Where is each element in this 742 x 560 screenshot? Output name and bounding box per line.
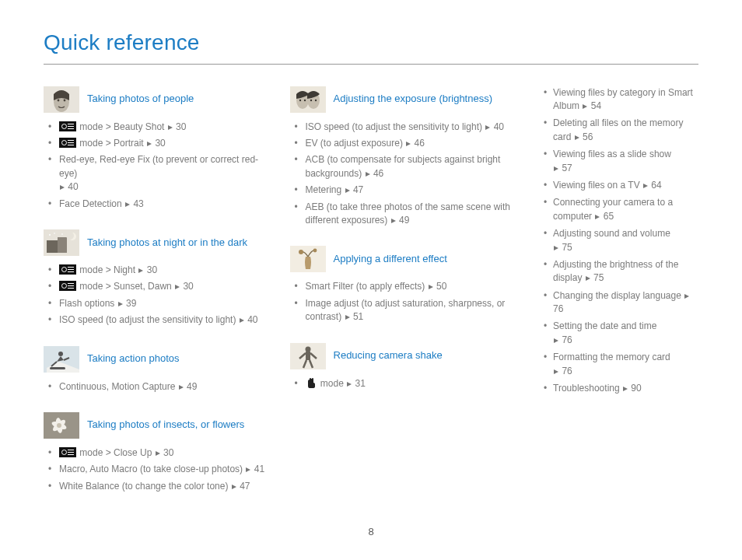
list-item[interactable]: mode > Night 30 xyxy=(48,264,271,277)
svg-marker-60 xyxy=(684,294,689,299)
page-ref: 50 xyxy=(436,281,446,292)
list-item[interactable]: Deleting all files on the memory card 56 xyxy=(544,117,698,144)
list-item[interactable]: Connecting your camera to a computer 65 xyxy=(544,196,698,223)
item-list: ISO speed (to adjust the sensitivity to … xyxy=(290,121,518,228)
list-item[interactable]: Viewing files by category in Smart Album… xyxy=(544,86,698,114)
list-item[interactable]: Formatting the memory card 76 xyxy=(544,351,698,378)
list-item[interactable]: EV (to adjust exposure) 46 xyxy=(295,137,518,150)
svg-marker-42 xyxy=(345,188,350,193)
svg-marker-55 xyxy=(554,166,558,171)
svg-point-50 xyxy=(305,346,310,352)
page-ref: 30 xyxy=(176,121,186,132)
item-text: mode > Portrait xyxy=(77,138,146,149)
item-text: Face Detection xyxy=(59,198,124,209)
action-thumb-icon xyxy=(44,346,79,373)
svg-point-2 xyxy=(58,99,60,101)
list-item[interactable]: mode > Close Up 30 xyxy=(48,446,271,460)
section-heading: Taking photos of people xyxy=(44,86,271,113)
svg-marker-4 xyxy=(168,125,173,130)
list-item[interactable]: Metering 47 xyxy=(295,184,518,197)
list-item[interactable]: Face Detection 43 xyxy=(48,198,271,211)
page-ref: 47 xyxy=(353,184,363,195)
svg-marker-40 xyxy=(406,142,411,146)
section-heading: Taking action photos xyxy=(44,346,271,373)
item-text: Flash options xyxy=(59,298,117,309)
title-rule xyxy=(44,64,698,65)
page-ref: 65 xyxy=(604,211,614,222)
svg-marker-31 xyxy=(232,485,236,489)
page-ref: 40 xyxy=(494,121,504,132)
page-ref: 75 xyxy=(562,242,572,253)
page-title: Quick reference xyxy=(44,27,698,59)
list-item[interactable]: mode > Beauty Shot 30 xyxy=(48,121,271,134)
page-ref: 30 xyxy=(147,264,157,275)
svg-point-35 xyxy=(299,99,300,100)
list-item[interactable]: Red-eye, Red-eye Fix (to prevent or corr… xyxy=(48,153,271,194)
list-item[interactable]: Image adjust (to adjust saturation, shar… xyxy=(295,297,518,324)
list-item[interactable]: Changing the display language 76 xyxy=(544,289,698,317)
item-text: Image adjust (to adjust saturation, shar… xyxy=(306,298,506,322)
list-item[interactable]: Troubleshooting 90 xyxy=(544,382,698,395)
page-ref: 39 xyxy=(126,298,136,309)
page-ref: 47 xyxy=(240,481,250,492)
scene-mode-icon xyxy=(59,138,76,148)
svg-marker-43 xyxy=(391,219,396,223)
list-item[interactable]: Viewing files as a slide show 57 xyxy=(544,148,698,175)
section-title[interactable]: Taking photos of insects, or flowers xyxy=(87,418,244,432)
face-thumb-icon xyxy=(44,86,79,113)
list-item[interactable]: mode > Portrait 30 xyxy=(48,137,271,150)
list-item[interactable]: mode > Sunset, Dawn 30 xyxy=(48,280,271,293)
list-item[interactable]: Viewing files on a TV 64 xyxy=(544,179,698,192)
item-text: White Balance (to change the color tone) xyxy=(59,481,231,492)
item-text: Metering xyxy=(306,184,345,195)
page-ref: 64 xyxy=(651,180,661,191)
svg-rect-9 xyxy=(47,240,58,253)
svg-marker-63 xyxy=(623,387,628,391)
svg-marker-58 xyxy=(554,246,558,250)
list-item[interactable]: AEB (to take three photos of the same sc… xyxy=(295,201,518,228)
list-item[interactable]: Setting the date and time 76 xyxy=(544,320,698,347)
item-text: Viewing files as a slide show xyxy=(553,149,671,159)
svg-marker-18 xyxy=(118,302,123,306)
list-item[interactable]: Adjusting sound and volume 75 xyxy=(544,227,698,254)
list-item[interactable]: White Balance (to change the color tone)… xyxy=(48,480,271,493)
page-ref: 75 xyxy=(593,272,604,283)
section-title[interactable]: Adjusting the exposure (brightness) xyxy=(334,92,493,107)
item-text: Deleting all files on the memory card xyxy=(553,117,683,142)
list-item[interactable]: Macro, Auto Macro (to take close-up phot… xyxy=(48,463,271,476)
list-item[interactable]: Continuous, Motion Capture 49 xyxy=(48,380,271,394)
item-text: Troubleshooting xyxy=(553,383,622,394)
night-thumb-icon xyxy=(44,229,79,256)
page-ref: 31 xyxy=(355,378,366,389)
item-text: mode > Beauty Shot xyxy=(77,121,167,132)
topic-section: Taking action photosContinuous, Motion C… xyxy=(44,346,271,394)
list-item[interactable]: ISO speed (to adjust the sensitivity to … xyxy=(295,121,518,134)
list-item[interactable]: Flash options 39 xyxy=(48,297,271,310)
list-item[interactable]: ACB (to compensate for subjects against … xyxy=(295,153,518,180)
svg-marker-56 xyxy=(643,184,648,188)
list-item[interactable]: Smart Filter (to apply effects) 50 xyxy=(295,280,518,293)
list-item[interactable]: Adjusting the brightness of the display … xyxy=(544,258,698,285)
svg-point-15 xyxy=(61,233,63,235)
page-ref: 90 xyxy=(631,383,641,394)
section-title[interactable]: Reducing camera shake xyxy=(334,348,443,363)
section-title[interactable]: Taking photos of people xyxy=(87,92,194,107)
page-ref: 56 xyxy=(583,131,593,142)
section-title[interactable]: Taking photos at night or in the dark xyxy=(87,236,247,250)
item-text: Viewing files on a TV xyxy=(553,180,642,191)
column-right: Viewing files by category in Smart Album… xyxy=(536,86,698,512)
section-title[interactable]: Taking action photos xyxy=(87,352,180,366)
topic-section: Taking photos of insects, or flowers mod… xyxy=(44,412,271,493)
item-text: ISO speed (to adjust the sensitivity to … xyxy=(59,314,239,325)
section-title[interactable]: Applying a different effect xyxy=(334,252,447,267)
list-item[interactable]: mode 31 xyxy=(295,377,518,390)
flower-thumb-icon xyxy=(44,412,79,439)
item-list: mode > Night 30 mode > Sunset, Dawn 30Fl… xyxy=(44,264,271,327)
column-middle: Adjusting the exposure (brightness)ISO s… xyxy=(290,86,537,512)
svg-marker-61 xyxy=(554,338,558,343)
list-item[interactable]: ISO speed (to adjust the sensitivity to … xyxy=(48,313,271,327)
page-ref: 41 xyxy=(254,464,264,474)
svg-marker-30 xyxy=(246,467,250,472)
svg-marker-41 xyxy=(366,172,370,177)
topic-section: Reducing camera shake mode 31 xyxy=(290,343,518,390)
